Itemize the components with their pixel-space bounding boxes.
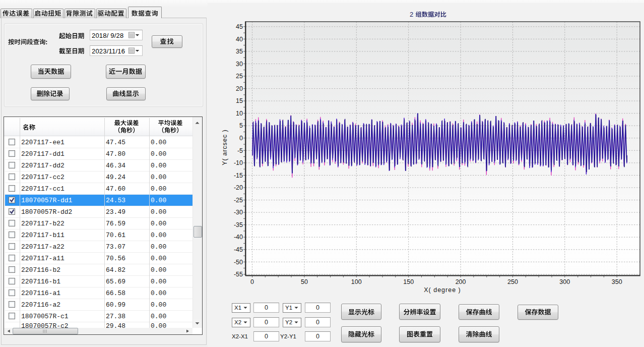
svg-text:2: 2: [410, 11, 413, 18]
